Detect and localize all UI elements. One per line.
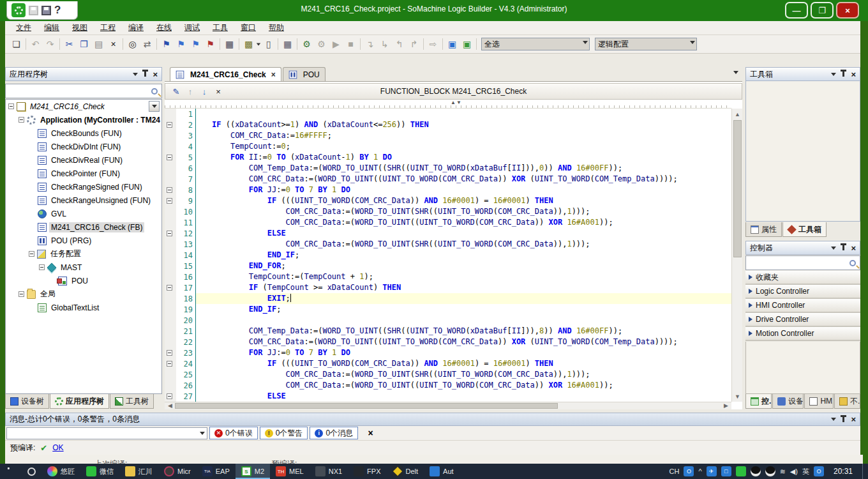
fold-gutter[interactable]	[165, 326, 176, 337]
editor-tab-1[interactable]: POU	[283, 67, 326, 81]
panel-menu-icon[interactable]	[831, 247, 836, 250]
close-icon[interactable]: ×	[851, 243, 856, 253]
code-text[interactable]: ELSE	[195, 228, 731, 239]
controller-group-4[interactable]: Motion Controller	[745, 327, 860, 341]
tree-item[interactable]: CheckPointer (FUN)	[6, 167, 161, 180]
code-text[interactable]: TempCount:=(TempCount + 1);	[195, 271, 731, 282]
right-tab-2[interactable]: HM..	[804, 394, 834, 409]
bookmark-clear-icon[interactable]: ⚑	[203, 37, 218, 51]
tree-item[interactable]: Application (MyController : TM24	[6, 113, 161, 126]
code-text[interactable]	[195, 109, 731, 119]
code-text[interactable]: TempCount:=0;	[195, 141, 731, 152]
toolbox-tab-1[interactable]: 工具箱	[782, 222, 827, 237]
show-desktop-button[interactable]	[862, 464, 865, 479]
expander-icon[interactable]	[8, 103, 14, 109]
start-button[interactable]	[0, 464, 22, 479]
dropdown-caret-icon[interactable]	[690, 41, 695, 44]
ime-ch[interactable]: CH	[670, 468, 680, 475]
monitor-app-icon[interactable]: ▣	[460, 37, 474, 51]
dropdown-caret-icon[interactable]	[257, 43, 260, 45]
step-into-icon[interactable]: ↳	[377, 37, 392, 51]
menu-item-4[interactable]: 编译	[123, 21, 149, 34]
close-icon[interactable]: ×	[153, 70, 158, 79]
collapse-icon[interactable]	[167, 393, 172, 399]
app-tia[interactable]: TIAEAP	[197, 464, 236, 479]
tray-app1-icon[interactable]: ✈	[707, 466, 717, 476]
fold-gutter[interactable]	[165, 391, 176, 402]
collapse-icon[interactable]	[167, 285, 172, 291]
tree-item[interactable]: CheckRangeSigned (FUN)	[6, 180, 161, 194]
fold-gutter[interactable]	[165, 293, 176, 304]
dropdown-caret-icon[interactable]	[583, 41, 588, 44]
vertical-scroll-thumb[interactable]	[733, 120, 742, 257]
fold-gutter[interactable]	[165, 109, 176, 119]
panel-menu-icon[interactable]	[133, 73, 138, 76]
menu-item-6[interactable]: 调试	[179, 21, 206, 34]
tree-item[interactable]: POU	[6, 274, 161, 287]
code-area[interactable]: 12IF ((xDataCount>=1) AND (xDataCount<=2…	[165, 109, 731, 402]
code-text[interactable]: ELSE	[195, 391, 731, 402]
menu-item-5[interactable]: 在线	[151, 21, 177, 34]
controller-group-2[interactable]: HMI Controller	[745, 299, 860, 313]
monitor-device-icon[interactable]: ▣	[445, 37, 460, 51]
code-text[interactable]	[195, 315, 731, 326]
menu-item-9[interactable]: 帮助	[263, 21, 290, 34]
menu-item-8[interactable]: 窗口	[235, 21, 262, 34]
code-text[interactable]: COM_CRC_Data:=(WORD_TO_UINT(SHR((UINT_TO…	[195, 206, 731, 217]
fold-gutter[interactable]	[165, 369, 176, 380]
filter-info-button[interactable]: i0个消息	[310, 427, 358, 439]
tree-item[interactable]: MAST	[6, 261, 161, 274]
collapse-icon[interactable]	[167, 231, 172, 236]
fold-gutter[interactable]	[165, 239, 176, 250]
app-huichuan[interactable]: 汇川	[119, 464, 158, 479]
tree-item[interactable]: CheckDivDInt (FUN)	[6, 140, 161, 153]
stop-icon[interactable]: ■	[343, 37, 358, 51]
tray-app2-icon[interactable]: □	[721, 466, 731, 476]
clear-messages-icon[interactable]: ×	[363, 426, 378, 440]
fold-gutter[interactable]	[165, 163, 176, 174]
left-tab-1[interactable]: 应用程序树	[50, 394, 109, 409]
right-tab-3[interactable]: 不..	[834, 394, 860, 409]
right-tab-0[interactable]: 控..	[745, 394, 772, 409]
code-text[interactable]: END_FOR;	[195, 261, 731, 271]
pin-icon[interactable]	[842, 417, 844, 422]
fold-gutter[interactable]	[165, 271, 176, 282]
fold-gutter[interactable]	[165, 119, 176, 130]
close-icon[interactable]: ×	[851, 70, 856, 79]
expander-icon[interactable]	[29, 251, 34, 257]
code-text[interactable]: COM_CRC_Data:=16#FFFF;	[195, 130, 731, 141]
bookmark-toggle-icon[interactable]: ⚑	[159, 37, 174, 51]
delete-icon[interactable]: ×	[106, 37, 121, 51]
panel-menu-icon[interactable]	[831, 418, 836, 421]
close-button[interactable]: ×	[836, 2, 859, 19]
app-wechat[interactable]: 微信	[80, 464, 119, 479]
code-text[interactable]: FOR II:=0 TO (xDataCount-1) BY 1 DO	[195, 152, 731, 163]
precompile-status-link[interactable]: OK	[52, 443, 63, 452]
filter-warning-button[interactable]: !0个警告	[260, 427, 308, 439]
fold-gutter[interactable]	[165, 130, 176, 141]
panel-menu-icon[interactable]	[831, 73, 836, 76]
cut-icon[interactable]: ✂	[62, 37, 77, 51]
collapse-icon[interactable]	[167, 155, 172, 160]
ime-lang[interactable]: 英	[802, 467, 809, 476]
left-tab-2[interactable]: 工具树	[110, 394, 154, 409]
tray-volume[interactable]: ◀)	[790, 468, 798, 476]
collapse-icon[interactable]	[167, 361, 172, 367]
controller-group-1[interactable]: Logic Controller	[745, 285, 860, 299]
tray-browser-icon[interactable]: O	[814, 466, 824, 476]
expander-icon[interactable]	[19, 291, 24, 297]
code-text[interactable]: IF ((xDataCount>=1) AND (xDataCount<=256…	[195, 119, 731, 130]
collapse-icon[interactable]	[167, 187, 172, 193]
code-text[interactable]: IF (((UINT_TO_WORD(COM_CRC_Data)) AND 16…	[195, 195, 731, 206]
code-text[interactable]: IF (((UINT_TO_WORD(COM_CRC_Data)) AND 16…	[195, 358, 731, 369]
fold-gutter[interactable]	[165, 141, 176, 152]
search-button[interactable]	[22, 464, 41, 479]
code-text[interactable]: FOR JJ:=0 TO 7 BY 1 DO	[195, 185, 731, 195]
toolbox-tab-0[interactable]: 属性	[745, 222, 782, 237]
minimize-button[interactable]: —	[785, 2, 808, 19]
controller-group-0[interactable]: 收藏夹	[745, 271, 860, 285]
new-pou-icon[interactable]: ▯	[261, 37, 276, 51]
scroll-up-icon[interactable]: ▲	[733, 109, 742, 119]
copy-icon[interactable]: ❐	[77, 37, 91, 51]
left-tab-0[interactable]: 设备树	[5, 394, 49, 409]
